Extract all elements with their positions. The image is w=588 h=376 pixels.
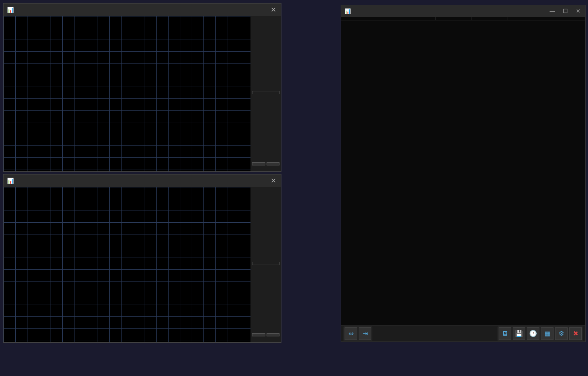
graph-window-1[interactable]: 📊 ✕ <box>3 3 281 172</box>
graph2-current <box>252 262 279 265</box>
autofit-button[interactable] <box>252 162 265 165</box>
save-button[interactable]: 💾 <box>513 327 525 340</box>
graph-window-2[interactable]: 📊 ✕ <box>3 174 281 343</box>
graph2-title-bar[interactable]: 📊 ✕ <box>4 174 281 187</box>
sensor-title-bar[interactable]: 📊 — ☐ ✕ <box>341 5 585 17</box>
graph1-scale-min <box>252 167 279 170</box>
graph2-plot[interactable] <box>4 187 250 342</box>
graph1-plot[interactable] <box>4 16 250 171</box>
reset-button[interactable] <box>267 333 280 336</box>
layout-button[interactable]: ▦ <box>541 327 554 340</box>
settings-button[interactable]: ⚙ <box>555 327 568 340</box>
close-icon[interactable]: ✕ <box>574 8 582 14</box>
reset-button[interactable] <box>267 162 280 165</box>
graph1-sidebar <box>250 16 281 171</box>
collapse-button[interactable]: ⇥ <box>359 327 371 340</box>
close-icon[interactable]: ✕ <box>269 5 278 14</box>
monitors-button[interactable]: 🖥 <box>499 327 511 340</box>
header-max[interactable] <box>508 17 544 20</box>
exit-button[interactable]: ✖ <box>569 327 582 340</box>
graph2-body <box>4 187 281 342</box>
graph2-series-dots[interactable] <box>252 258 279 261</box>
sensor-body[interactable] <box>341 20 585 325</box>
clock-button[interactable]: 🕐 <box>527 327 539 340</box>
header-min[interactable] <box>472 17 508 20</box>
header-avg[interactable] <box>544 17 580 20</box>
minimize-icon[interactable]: — <box>548 8 557 14</box>
graph1-body <box>4 16 281 171</box>
bars-icon: 📊 <box>7 6 14 13</box>
graph1-series-dots[interactable] <box>252 87 279 90</box>
close-icon[interactable]: ✕ <box>269 176 278 185</box>
sensor-column-headers[interactable] <box>341 17 585 20</box>
graph1-title-bar[interactable]: 📊 ✕ <box>4 4 281 16</box>
graph1-scale-max <box>252 18 279 21</box>
header-name[interactable] <box>341 17 436 20</box>
bars-icon: 📊 <box>7 177 14 184</box>
graph2-grid <box>4 187 250 342</box>
expand-button[interactable]: ⇔ <box>345 327 357 340</box>
hwinfo-icon: 📊 <box>344 7 351 15</box>
graph1-grid <box>4 16 250 171</box>
maximize-icon[interactable]: ☐ <box>561 8 570 14</box>
graph2-scale-max <box>252 189 279 192</box>
autofit-button[interactable] <box>252 333 265 336</box>
header-current[interactable] <box>436 17 472 20</box>
sensor-window[interactable]: 📊 — ☐ ✕ ⇔ ⇥ 🖥 💾 🕐 ▦ ⚙ ✖ <box>341 5 586 342</box>
graph1-current <box>252 91 279 94</box>
graph2-scale-min <box>252 338 279 341</box>
graph2-sidebar <box>250 187 281 342</box>
sensor-toolbar: ⇔ ⇥ 🖥 💾 🕐 ▦ ⚙ ✖ <box>341 325 585 341</box>
